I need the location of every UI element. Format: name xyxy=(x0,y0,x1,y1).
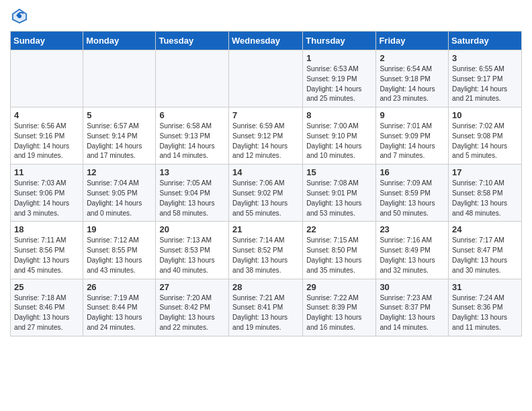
calendar-cell xyxy=(229,50,303,107)
calendar-cell: 21Sunrise: 7:14 AM Sunset: 8:52 PM Dayli… xyxy=(229,222,303,279)
logo xyxy=(10,7,32,26)
calendar-cell: 29Sunrise: 7:22 AM Sunset: 8:39 PM Dayli… xyxy=(303,279,376,336)
calendar-cell: 17Sunrise: 7:10 AM Sunset: 8:58 PM Dayli… xyxy=(449,165,522,222)
svg-point-2 xyxy=(17,14,21,18)
week-row-3: 11Sunrise: 7:03 AM Sunset: 9:06 PM Dayli… xyxy=(11,165,522,222)
day-number: 12 xyxy=(87,167,152,177)
day-info: Sunrise: 7:15 AM Sunset: 8:50 PM Dayligh… xyxy=(306,236,372,275)
day-info: Sunrise: 7:09 AM Sunset: 8:59 PM Dayligh… xyxy=(380,179,445,218)
day-number: 7 xyxy=(232,110,299,120)
calendar-header: SundayMondayTuesdayWednesdayThursdayFrid… xyxy=(11,32,522,50)
day-number: 16 xyxy=(380,167,445,177)
day-info: Sunrise: 7:11 AM Sunset: 8:56 PM Dayligh… xyxy=(14,236,79,275)
day-number: 21 xyxy=(232,224,299,234)
day-info: Sunrise: 6:53 AM Sunset: 9:19 PM Dayligh… xyxy=(306,64,372,104)
logo-icon xyxy=(10,7,29,26)
calendar-cell: 4Sunrise: 6:56 AM Sunset: 9:16 PM Daylig… xyxy=(11,107,83,165)
calendar-cell: 20Sunrise: 7:13 AM Sunset: 8:53 PM Dayli… xyxy=(156,222,229,279)
day-info: Sunrise: 7:03 AM Sunset: 9:06 PM Dayligh… xyxy=(14,179,79,218)
calendar-body: 1Sunrise: 6:53 AM Sunset: 9:19 PM Daylig… xyxy=(11,50,522,336)
calendar-cell: 26Sunrise: 7:19 AM Sunset: 8:44 PM Dayli… xyxy=(83,279,156,336)
day-number: 20 xyxy=(159,224,225,234)
day-number: 8 xyxy=(306,110,372,120)
day-number: 23 xyxy=(380,224,445,234)
day-number: 6 xyxy=(159,110,225,120)
calendar-cell: 2Sunrise: 6:54 AM Sunset: 9:18 PM Daylig… xyxy=(376,50,449,107)
calendar-cell: 31Sunrise: 7:24 AM Sunset: 8:36 PM Dayli… xyxy=(449,279,522,336)
day-info: Sunrise: 7:05 AM Sunset: 9:04 PM Dayligh… xyxy=(159,179,225,218)
day-info: Sunrise: 7:18 AM Sunset: 8:46 PM Dayligh… xyxy=(14,293,79,333)
week-row-1: 1Sunrise: 6:53 AM Sunset: 9:19 PM Daylig… xyxy=(11,50,522,107)
day-info: Sunrise: 7:04 AM Sunset: 9:05 PM Dayligh… xyxy=(87,179,152,218)
day-info: Sunrise: 7:22 AM Sunset: 8:39 PM Dayligh… xyxy=(306,293,372,333)
day-info: Sunrise: 6:59 AM Sunset: 9:12 PM Dayligh… xyxy=(232,122,299,161)
calendar-cell xyxy=(156,50,229,107)
day-info: Sunrise: 7:14 AM Sunset: 8:52 PM Dayligh… xyxy=(232,236,299,275)
day-number: 4 xyxy=(14,110,79,120)
calendar-cell: 9Sunrise: 7:01 AM Sunset: 9:09 PM Daylig… xyxy=(376,107,449,165)
day-number: 25 xyxy=(14,282,79,292)
calendar-cell: 23Sunrise: 7:16 AM Sunset: 8:49 PM Dayli… xyxy=(376,222,449,279)
day-number: 9 xyxy=(380,110,445,120)
calendar-cell: 14Sunrise: 7:06 AM Sunset: 9:02 PM Dayli… xyxy=(229,165,303,222)
day-number: 1 xyxy=(306,53,372,63)
week-row-4: 18Sunrise: 7:11 AM Sunset: 8:56 PM Dayli… xyxy=(11,222,522,279)
day-number: 15 xyxy=(306,167,372,177)
calendar-cell: 18Sunrise: 7:11 AM Sunset: 8:56 PM Dayli… xyxy=(11,222,83,279)
calendar-cell: 22Sunrise: 7:15 AM Sunset: 8:50 PM Dayli… xyxy=(303,222,376,279)
calendar-cell xyxy=(83,50,156,107)
calendar-cell: 30Sunrise: 7:23 AM Sunset: 8:37 PM Dayli… xyxy=(376,279,449,336)
header-thursday: Thursday xyxy=(303,32,376,50)
week-row-5: 25Sunrise: 7:18 AM Sunset: 8:46 PM Dayli… xyxy=(11,279,522,336)
calendar-cell: 16Sunrise: 7:09 AM Sunset: 8:59 PM Dayli… xyxy=(376,165,449,222)
calendar-cell: 15Sunrise: 7:08 AM Sunset: 9:01 PM Dayli… xyxy=(303,165,376,222)
day-info: Sunrise: 7:21 AM Sunset: 8:41 PM Dayligh… xyxy=(232,293,299,333)
header-friday: Friday xyxy=(376,32,449,50)
day-info: Sunrise: 6:57 AM Sunset: 9:14 PM Dayligh… xyxy=(87,122,152,161)
day-number: 3 xyxy=(452,53,518,63)
day-info: Sunrise: 7:01 AM Sunset: 9:09 PM Dayligh… xyxy=(380,122,445,161)
calendar-cell xyxy=(11,50,83,107)
week-row-2: 4Sunrise: 6:56 AM Sunset: 9:16 PM Daylig… xyxy=(11,107,522,165)
day-number: 13 xyxy=(159,167,225,177)
calendar-cell: 5Sunrise: 6:57 AM Sunset: 9:14 PM Daylig… xyxy=(83,107,156,165)
calendar-cell: 11Sunrise: 7:03 AM Sunset: 9:06 PM Dayli… xyxy=(11,165,83,222)
calendar-cell: 1Sunrise: 6:53 AM Sunset: 9:19 PM Daylig… xyxy=(303,50,376,107)
calendar-table: SundayMondayTuesdayWednesdayThursdayFrid… xyxy=(10,31,522,336)
calendar-cell: 28Sunrise: 7:21 AM Sunset: 8:41 PM Dayli… xyxy=(229,279,303,336)
day-info: Sunrise: 7:08 AM Sunset: 9:01 PM Dayligh… xyxy=(306,179,372,218)
day-number: 2 xyxy=(380,53,445,63)
header-row: SundayMondayTuesdayWednesdayThursdayFrid… xyxy=(11,32,522,50)
day-info: Sunrise: 7:24 AM Sunset: 8:36 PM Dayligh… xyxy=(452,293,518,333)
calendar-cell: 10Sunrise: 7:02 AM Sunset: 9:08 PM Dayli… xyxy=(449,107,522,165)
calendar-cell: 19Sunrise: 7:12 AM Sunset: 8:55 PM Dayli… xyxy=(83,222,156,279)
day-number: 27 xyxy=(159,282,225,292)
calendar-cell: 12Sunrise: 7:04 AM Sunset: 9:05 PM Dayli… xyxy=(83,165,156,222)
day-number: 22 xyxy=(306,224,372,234)
day-info: Sunrise: 6:55 AM Sunset: 9:17 PM Dayligh… xyxy=(452,64,518,104)
header-saturday: Saturday xyxy=(449,32,522,50)
day-number: 5 xyxy=(87,110,152,120)
calendar-cell: 7Sunrise: 6:59 AM Sunset: 9:12 PM Daylig… xyxy=(229,107,303,165)
day-number: 17 xyxy=(452,167,518,177)
day-info: Sunrise: 7:06 AM Sunset: 9:02 PM Dayligh… xyxy=(232,179,299,218)
day-info: Sunrise: 7:00 AM Sunset: 9:10 PM Dayligh… xyxy=(306,122,372,161)
day-number: 18 xyxy=(14,224,79,234)
day-info: Sunrise: 7:23 AM Sunset: 8:37 PM Dayligh… xyxy=(380,293,445,333)
day-number: 19 xyxy=(87,224,152,234)
page-header xyxy=(10,7,522,26)
day-number: 29 xyxy=(306,282,372,292)
day-info: Sunrise: 7:17 AM Sunset: 8:47 PM Dayligh… xyxy=(452,236,518,275)
day-info: Sunrise: 7:19 AM Sunset: 8:44 PM Dayligh… xyxy=(87,293,152,333)
calendar-cell: 25Sunrise: 7:18 AM Sunset: 8:46 PM Dayli… xyxy=(11,279,83,336)
day-number: 28 xyxy=(232,282,299,292)
calendar-cell: 8Sunrise: 7:00 AM Sunset: 9:10 PM Daylig… xyxy=(303,107,376,165)
calendar-cell: 3Sunrise: 6:55 AM Sunset: 9:17 PM Daylig… xyxy=(449,50,522,107)
day-info: Sunrise: 6:56 AM Sunset: 9:16 PM Dayligh… xyxy=(14,122,79,161)
calendar-cell: 27Sunrise: 7:20 AM Sunset: 8:42 PM Dayli… xyxy=(156,279,229,336)
day-info: Sunrise: 7:12 AM Sunset: 8:55 PM Dayligh… xyxy=(87,236,152,275)
calendar-cell: 24Sunrise: 7:17 AM Sunset: 8:47 PM Dayli… xyxy=(449,222,522,279)
calendar-cell: 13Sunrise: 7:05 AM Sunset: 9:04 PM Dayli… xyxy=(156,165,229,222)
header-sunday: Sunday xyxy=(11,32,83,50)
day-info: Sunrise: 7:20 AM Sunset: 8:42 PM Dayligh… xyxy=(159,293,225,333)
